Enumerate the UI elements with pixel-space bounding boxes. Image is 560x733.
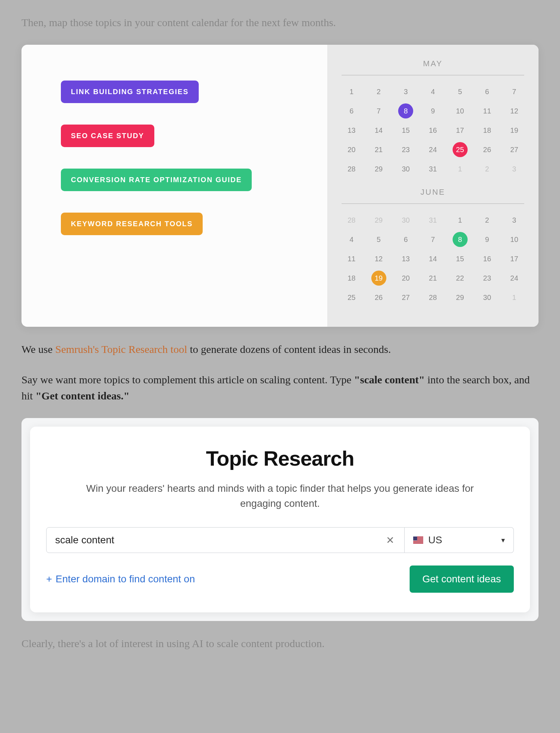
calendar-day[interactable]: 29 <box>365 210 392 230</box>
calendar-day[interactable]: 4 <box>419 82 446 101</box>
calendar-day[interactable]: 16 <box>474 249 501 268</box>
calendar-day-marker: 25 <box>453 142 468 157</box>
calendar-day[interactable]: 6 <box>338 101 365 121</box>
calendar-day[interactable]: 23 <box>392 140 419 159</box>
calendar-day[interactable]: 29 <box>365 159 392 179</box>
calendar-day[interactable]: 12 <box>501 101 528 121</box>
calendar-day[interactable]: 16 <box>419 121 446 140</box>
calendar-day[interactable]: 1 <box>446 159 474 179</box>
calendar-day[interactable]: 28 <box>419 288 446 307</box>
calendar-day[interactable]: 28 <box>338 210 365 230</box>
calendar-day[interactable]: 1 <box>446 210 474 230</box>
calendar-day[interactable]: 18 <box>474 121 501 140</box>
calendar-day[interactable]: 24 <box>501 268 528 288</box>
calendar-day[interactable]: 9 <box>419 101 446 121</box>
calendar-day[interactable]: 1 <box>501 288 528 307</box>
topic-research-card: Topic Research Win your readers' hearts … <box>21 418 539 621</box>
calendar-day[interactable]: 14 <box>365 121 392 140</box>
calendar-day[interactable]: 21 <box>365 140 392 159</box>
calendar-day[interactable]: 13 <box>392 249 419 268</box>
input-row: ✕ US ▾ <box>46 527 514 553</box>
calendar-day[interactable]: 20 <box>338 140 365 159</box>
calendar-day[interactable]: 4 <box>338 230 365 249</box>
calendar-day[interactable]: 8 <box>446 230 474 249</box>
country-select[interactable]: US ▾ <box>405 527 514 553</box>
calendar-day[interactable]: 22 <box>446 268 474 288</box>
calendar-day-marker: 19 <box>371 271 386 286</box>
calendar-day[interactable]: 26 <box>365 288 392 307</box>
topic-search-input[interactable] <box>55 534 385 546</box>
calendar-day[interactable]: 18 <box>338 268 365 288</box>
calendar-day[interactable]: 17 <box>446 121 474 140</box>
calendar-day[interactable]: 6 <box>392 230 419 249</box>
get-content-ideas-button[interactable]: Get content ideas <box>410 565 514 593</box>
calendar-day[interactable]: 15 <box>392 121 419 140</box>
calendar-panel: MAY1234567678910111213141516171819202123… <box>327 45 539 327</box>
calendar-day[interactable]: 20 <box>392 268 419 288</box>
text-run: We use <box>21 343 55 355</box>
calendar-day[interactable]: 14 <box>419 249 446 268</box>
calendar-day[interactable]: 19 <box>501 121 528 140</box>
topic-search-box[interactable]: ✕ <box>46 527 405 553</box>
calendar-day-marker: 8 <box>453 232 468 247</box>
calendar-day[interactable]: 19 <box>365 268 392 288</box>
calendar-day[interactable]: 10 <box>501 230 528 249</box>
calendar-day[interactable]: 2 <box>474 159 501 179</box>
calendar-day[interactable]: 29 <box>446 288 474 307</box>
calendar-day[interactable]: 21 <box>419 268 446 288</box>
tool-title: Topic Research <box>46 446 514 470</box>
calendar-day[interactable]: 2 <box>365 82 392 101</box>
enter-domain-link[interactable]: + Enter domain to find content on <box>46 573 195 585</box>
calendar-day[interactable]: 11 <box>338 249 365 268</box>
calendar-day[interactable]: 30 <box>392 210 419 230</box>
calendar-day[interactable]: 2 <box>474 210 501 230</box>
calendar-day[interactable]: 12 <box>365 249 392 268</box>
plus-icon: + <box>46 573 52 585</box>
calendar-day[interactable]: 27 <box>501 140 528 159</box>
bottom-row: + Enter domain to find content on Get co… <box>46 565 514 593</box>
calendar-day[interactable]: 7 <box>419 230 446 249</box>
calendar-day[interactable]: 1 <box>338 82 365 101</box>
calendar-day[interactable]: 31 <box>419 159 446 179</box>
calendar-day[interactable]: 24 <box>419 140 446 159</box>
semrush-topic-research-link[interactable]: Semrush's Topic Research tool <box>55 343 187 355</box>
calendar-day[interactable]: 6 <box>474 82 501 101</box>
calendar-day[interactable]: 13 <box>338 121 365 140</box>
topic-tag[interactable]: KEYWORD RESEARCH TOOLS <box>61 213 203 235</box>
calendar-grid: 1234567678910111213141516171819202123242… <box>338 82 528 179</box>
text-run-bold: "scale content" <box>354 374 425 385</box>
calendar-day[interactable]: 31 <box>419 210 446 230</box>
clear-icon[interactable]: ✕ <box>385 534 396 546</box>
enter-domain-label: Enter domain to find content on <box>55 573 195 585</box>
topic-tag[interactable]: CONVERSION RATE OPTIMIZATION GUIDE <box>61 169 252 191</box>
calendar-day[interactable]: 7 <box>365 101 392 121</box>
tool-subtitle: Win your readers' hearts and minds with … <box>83 481 477 511</box>
text-run-bold: "Get content ideas." <box>35 390 129 402</box>
calendar-day[interactable]: 11 <box>474 101 501 121</box>
calendar-day[interactable]: 10 <box>446 101 474 121</box>
calendar-day[interactable]: 23 <box>474 268 501 288</box>
calendar-day[interactable]: 9 <box>474 230 501 249</box>
calendar-day[interactable]: 30 <box>474 288 501 307</box>
calendar-day[interactable]: 5 <box>446 82 474 101</box>
calendar-day[interactable]: 27 <box>392 288 419 307</box>
calendar-day[interactable]: 30 <box>392 159 419 179</box>
calendar-day[interactable]: 5 <box>365 230 392 249</box>
topic-tag[interactable]: LINK BUILDING STRATEGIES <box>61 81 199 103</box>
calendar-day[interactable]: 28 <box>338 159 365 179</box>
text-run: Say we want more topics to complement th… <box>21 374 354 385</box>
topic-tag[interactable]: SEO CASE STUDY <box>61 125 154 147</box>
content-calendar-card: LINK BUILDING STRATEGIESSEO CASE STUDYCO… <box>21 45 539 327</box>
calendar-day[interactable]: 3 <box>501 159 528 179</box>
calendar-day[interactable]: 3 <box>501 210 528 230</box>
calendar-day[interactable]: 7 <box>501 82 528 101</box>
text-run: to generate dozens of content ideas in s… <box>187 343 391 355</box>
calendar-day[interactable]: 17 <box>501 249 528 268</box>
calendar-day[interactable]: 15 <box>446 249 474 268</box>
calendar-day[interactable]: 26 <box>474 140 501 159</box>
calendar-day[interactable]: 25 <box>338 288 365 307</box>
calendar-day[interactable]: 25 <box>446 140 474 159</box>
calendar-day[interactable]: 3 <box>392 82 419 101</box>
calendar-grid: 2829303112345678910111213141516171819202… <box>338 210 528 307</box>
calendar-day[interactable]: 8 <box>392 101 419 121</box>
